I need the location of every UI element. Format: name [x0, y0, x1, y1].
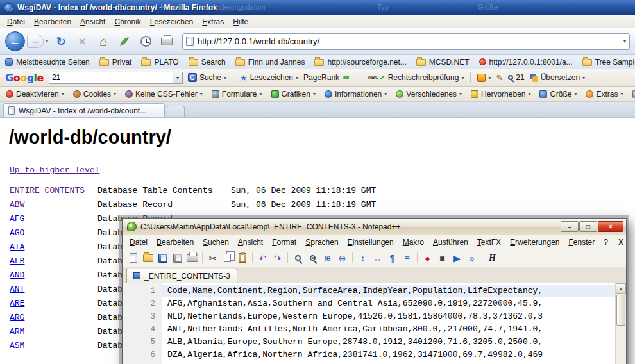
sync-horizontal-icon[interactable]: ↔: [371, 251, 384, 265]
find-icon[interactable]: [291, 251, 305, 265]
replace-icon[interactable]: [306, 251, 319, 265]
google-suche-button[interactable]: GSuche▾: [188, 73, 226, 82]
edit-button[interactable]: ✎: [496, 73, 503, 83]
feather-extension-button[interactable]: [116, 33, 133, 50]
zoom-in-icon[interactable]: ⊕: [321, 251, 334, 265]
entry-link-are[interactable]: ARE: [10, 299, 24, 308]
bookmark-meistbesuchte-seiten[interactable]: Meistbesuchte Seiten: [5, 58, 90, 67]
back-button[interactable]: ←: [5, 31, 25, 51]
webdev-deaktivieren[interactable]: Deaktivieren▾: [6, 90, 64, 99]
entry-link-ago[interactable]: AGO: [10, 228, 24, 238]
scroll-up-icon[interactable]: ▲: [616, 283, 626, 294]
menu-chronik[interactable]: Chronik: [110, 16, 145, 28]
run-multiple-icon[interactable]: »: [465, 251, 478, 265]
history-clock-button[interactable]: [137, 33, 154, 50]
code-line[interactable]: DZA,Algeria,Africa,Northern Africa,23817…: [162, 349, 626, 361]
entry-link-aia[interactable]: AIA: [10, 242, 24, 252]
highlighter-button[interactable]: ▾: [477, 74, 491, 82]
entry-link-ant[interactable]: ANT: [10, 285, 24, 294]
entry-link-entire-contents[interactable]: ENTIRE CONTENTS: [10, 186, 85, 195]
entry-link-arm[interactable]: ARM: [10, 327, 24, 336]
code-area[interactable]: Code,Name,Continent,Region,SurfaceArea,I…: [162, 283, 626, 364]
npp-menu-ansicht[interactable]: Ansicht: [233, 236, 267, 248]
menu-lesezeichen[interactable]: Lesezeichen: [146, 16, 198, 28]
code-line[interactable]: ALB,Albania,Europe,Southern Europe,28748…: [162, 336, 626, 349]
vertical-scrollbar[interactable]: ▲: [615, 283, 626, 364]
webdev-hervorheben[interactable]: Hervorheben▾: [471, 90, 530, 99]
maximize-button[interactable]: □: [579, 221, 597, 232]
uebersetzen-button[interactable]: Übersetzen▾: [530, 73, 585, 82]
indent-guide-icon[interactable]: ≡: [400, 251, 414, 265]
close-button[interactable]: ×: [598, 221, 623, 232]
bookmark-sourceforge[interactable]: http://sourceforge.net...: [314, 58, 406, 67]
history-dropdown[interactable]: ▾: [46, 38, 48, 44]
doc-close-icon[interactable]: X: [613, 238, 629, 247]
npp-menu-textfx[interactable]: TextFX: [473, 236, 505, 248]
npp-menu-einstellungen[interactable]: Einstellungen: [343, 236, 398, 248]
scrollbar-thumb[interactable]: [616, 295, 625, 326]
google-search-box[interactable]: ▾: [49, 72, 183, 84]
webdev-groesse[interactable]: Größe▾: [539, 90, 577, 99]
pagerank-indicator[interactable]: PageRank: [303, 73, 362, 82]
copy-icon[interactable]: [221, 251, 234, 265]
bookmark-privat[interactable]: Privat: [99, 58, 132, 67]
redo-icon[interactable]: ↷: [271, 251, 284, 265]
zoom-out-icon[interactable]: ⊖: [335, 251, 349, 265]
google-lesezeichen-button[interactable]: ★Lesezeichen▾: [240, 73, 298, 83]
line-number-gutter[interactable]: 1 2 3 4 5 6: [123, 283, 162, 364]
new-tab-button[interactable]: [167, 106, 185, 117]
url-bar[interactable]: http://127.0.0.1/world-db/country/ ▾: [182, 33, 630, 50]
minimize-button[interactable]: –: [561, 221, 579, 232]
npp-menu-sprachen[interactable]: Sprachen: [301, 236, 343, 248]
stop-button[interactable]: ×: [74, 33, 90, 50]
sync-vertical-icon[interactable]: ↕: [356, 251, 369, 265]
npp-document-tab[interactable]: _ENTIRE_CONTENTS-3: [126, 269, 237, 283]
entry-link-abw[interactable]: ABW: [10, 200, 24, 210]
code-line[interactable]: AFG,Afghanistan,Asia,Southern and Centra…: [162, 297, 626, 310]
code-line[interactable]: Code,Name,Continent,Region,SurfaceArea,I…: [162, 285, 626, 297]
play-macro-icon[interactable]: ▶: [450, 251, 464, 265]
cut-icon[interactable]: ✂: [206, 251, 219, 265]
menu-ansicht[interactable]: Ansicht: [76, 16, 110, 28]
url-text[interactable]: http://127.0.0.1/world-db/country/: [198, 37, 620, 46]
webdev-css-fehler[interactable]: Keine CSS-Fehler▾: [125, 90, 203, 99]
webdev-verschiedenes[interactable]: Verschiedenes▾: [396, 90, 462, 99]
url-dropdown-icon[interactable]: ▾: [623, 38, 626, 44]
npp-menu-format[interactable]: Format: [267, 236, 301, 248]
home-button[interactable]: ⌂: [95, 33, 112, 50]
bookmark-localhost-8001[interactable]: http://127.0.0.1:8001/a...: [479, 58, 573, 67]
bookmark-mcsd-net[interactable]: MCSD.NET: [416, 58, 470, 67]
tab-wsgidav[interactable]: WsgiDAV - Index of /world-db/count...: [3, 103, 165, 117]
search-history-dropdown-icon[interactable]: ▾: [173, 72, 182, 83]
npp-menu-ausfuehren[interactable]: Ausführen: [428, 236, 473, 248]
stop-macro-icon[interactable]: ■: [436, 251, 449, 265]
paste-icon[interactable]: [235, 251, 249, 265]
webdev-grafiken[interactable]: Grafiken▾: [271, 90, 316, 99]
code-line[interactable]: ANT,Netherlands Antilles,North America,C…: [162, 323, 626, 336]
entry-link-asm[interactable]: ASM: [10, 341, 24, 351]
google-search-input[interactable]: [49, 72, 173, 83]
menu-extras[interactable]: Extras: [198, 16, 228, 28]
menu-hilfe[interactable]: Hilfe: [228, 16, 253, 28]
save-icon[interactable]: [156, 251, 169, 265]
firefox-titlebar[interactable]: WsgiDAV - Index of /world-db/country/ - …: [0, 0, 635, 15]
webdev-formulare[interactable]: Formulare▾: [212, 90, 262, 99]
forward-button[interactable]: →: [27, 35, 44, 48]
menu-datei[interactable]: Datei: [3, 16, 30, 28]
npp-editor[interactable]: 1 2 3 4 5 6 Code,Name,Continent,Region,S…: [123, 283, 626, 364]
print-button[interactable]: [158, 33, 175, 50]
webdev-informationen[interactable]: Informationen▾: [325, 90, 387, 99]
show-symbols-icon[interactable]: ¶: [385, 251, 399, 265]
print-icon[interactable]: [185, 251, 199, 265]
search-term-highlight-button[interactable]: 21: [508, 73, 524, 82]
up-to-higher-level-link[interactable]: Up to higher level: [10, 165, 99, 175]
bookmark-tree-samples[interactable]: Tree Samples: [582, 58, 635, 67]
npp-menu-fenster[interactable]: Fenster: [564, 236, 599, 248]
entry-link-alb[interactable]: ALB: [10, 256, 24, 266]
open-file-icon[interactable]: [141, 251, 155, 265]
spellcheck-button[interactable]: ABC✓Rechtschreibprüfung▾: [368, 73, 464, 82]
bookmark-plato[interactable]: PLATO: [141, 58, 178, 67]
new-file-icon[interactable]: [126, 251, 140, 265]
record-macro-icon[interactable]: ●: [421, 251, 434, 265]
npp-menu-suchen[interactable]: Suchen: [198, 236, 233, 248]
